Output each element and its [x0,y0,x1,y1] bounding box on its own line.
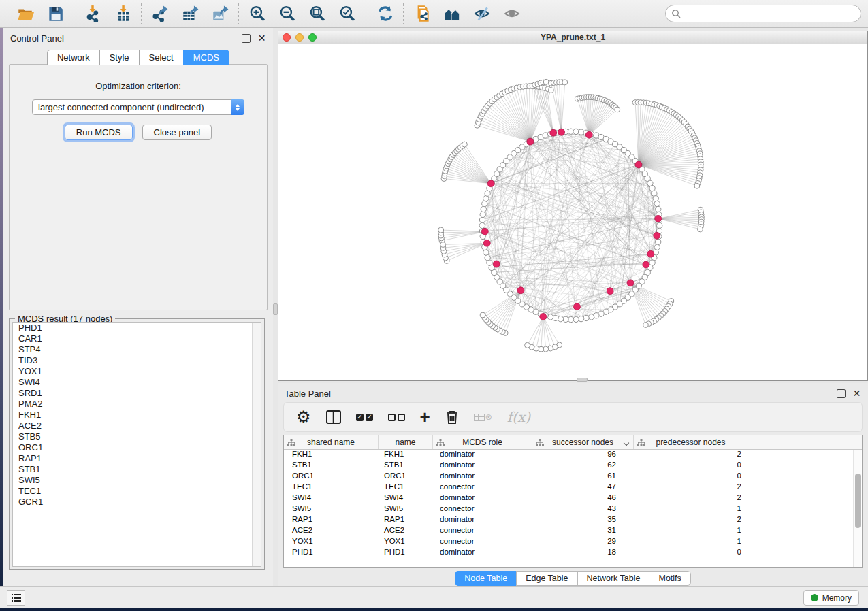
mcds-result-item[interactable]: PHD1 [13,323,261,333]
export-network-icon[interactable] [150,4,170,23]
import-network-icon[interactable] [82,4,103,23]
table-panel-title: Table Panel [285,389,331,399]
tab-mcds[interactable]: MCDS [183,50,229,65]
clone-network-icon[interactable] [412,4,432,23]
mcds-result-item[interactable]: FKH1 [13,410,261,420]
split-columns-icon[interactable] [326,407,341,427]
optimization-criterion-select[interactable]: largest connected component (undirected) [32,99,244,115]
task-history-button[interactable] [7,590,25,606]
mcds-result-item[interactable]: GCR1 [13,497,261,508]
mcds-result-item[interactable]: ACE2 [13,420,261,431]
node-table: shared namenameMCDS rolesuccessor nodesp… [283,435,863,568]
hide-selected-icon[interactable] [472,4,492,23]
table-row-SWI4[interactable]: SWI4 SWI4 dominator 46 2 [284,493,862,504]
mcds-result-item[interactable]: SRD1 [13,388,261,399]
table-row-YOX1[interactable]: YOX1 YOX1 connector 29 1 [284,537,862,548]
shared-column-icon [436,439,445,446]
mcds-result-item[interactable]: TEC1 [13,486,261,497]
table-row-SWI5[interactable]: SWI5 SWI5 connector 43 1 [284,504,862,515]
mcds-result-item[interactable]: PMA2 [13,399,261,410]
show-all-icon[interactable] [502,4,522,23]
mcds-result-item[interactable]: STB1 [13,464,261,475]
tab-style[interactable]: Style [99,50,139,65]
zoom-selected-icon[interactable] [337,4,357,23]
column-header-predecessor-nodes[interactable]: predecessor nodes [634,435,748,449]
mcds-result-item[interactable]: RAP1 [13,453,261,464]
table-panel-tabs: Node TableEdge TableNetwork TableMotifs [278,571,868,586]
mcds-list-scrollbar[interactable] [252,323,261,566]
column-header-name[interactable]: name [379,435,433,449]
mcds-result-item[interactable]: STP4 [13,344,261,355]
search-input[interactable] [684,9,855,18]
float-panel-icon[interactable] [242,34,251,43]
run-mcds-button[interactable]: Run MCDS [65,125,133,140]
tab-network-table[interactable]: Network Table [577,571,649,586]
export-table-icon[interactable] [180,4,200,23]
table-row-STB1[interactable]: STB1 STB1 dominator 62 0 [284,461,862,472]
column-header-successor-nodes[interactable]: successor nodes [532,435,634,449]
table-row-RAP1[interactable]: RAP1 RAP1 dominator 35 2 [284,515,862,526]
table-row-PHD1[interactable]: PHD1 PHD1 dominator 18 0 [284,548,862,559]
float-table-panel-icon[interactable] [837,389,846,398]
close-panel-icon[interactable]: ✕ [257,34,266,43]
optimization-criterion-label: Optimization criterion: [10,81,267,91]
zoom-fit-icon[interactable] [307,4,327,23]
zoom-out-icon[interactable] [277,4,298,23]
tab-motifs[interactable]: Motifs [649,571,690,586]
mcds-result-item[interactable]: YOX1 [13,366,261,377]
network-graph-canvas[interactable] [278,44,867,380]
tab-edge-table[interactable]: Edge Table [516,571,577,586]
mcds-result-item[interactable]: ORC1 [13,442,261,453]
minimize-window-icon[interactable] [295,33,304,42]
add-column-icon[interactable]: + [420,407,430,427]
close-panel-button[interactable]: Close panel [142,125,212,140]
shared-column-icon [637,439,645,446]
network-window-titlebar: YPA_prune.txt_1 [278,31,867,44]
control-panel-tabs: NetworkStyleSelectMCDS [3,50,273,65]
tab-node-table[interactable]: Node Table [455,571,516,586]
import-table-icon[interactable] [112,4,133,23]
list-icon [12,594,21,602]
close-table-panel-icon[interactable]: ✕ [852,389,861,398]
column-header-shared-name[interactable]: shared name [284,435,379,449]
splitter-handle[interactable] [273,303,278,315]
delete-column-icon[interactable] [445,407,459,427]
horizontal-splitter-handle[interactable] [577,378,588,382]
save-session-icon[interactable] [45,4,65,23]
tab-network[interactable]: Network [47,50,99,65]
main-toolbar [0,0,868,28]
table-panel: Table Panel ✕ ⚙ + ⊗ f(x) shared namename… [278,383,868,586]
table-row-ACE2[interactable]: ACE2 ACE2 connector 31 1 [284,526,862,537]
export-image-icon[interactable] [210,4,230,23]
table-row-TEC1[interactable]: TEC1 TEC1 connector 47 2 [284,482,862,493]
table-toolbar: ⚙ + ⊗ f(x) [283,402,863,432]
mcds-tab-content: Optimization criterion: largest connecte… [9,64,268,310]
mcds-result-item[interactable]: CAR1 [13,333,261,344]
delete-table-icon: ⊗ [474,407,492,427]
network-window-title: YPA_prune.txt_1 [278,33,867,42]
column-header-MCDS-role[interactable]: MCDS role [433,435,532,449]
open-file-icon[interactable] [15,4,35,23]
settings-gear-icon[interactable]: ⚙ [296,407,311,427]
maximize-window-icon[interactable] [308,33,317,42]
memory-button[interactable]: Memory [803,590,859,606]
zoom-in-icon[interactable] [247,4,268,23]
sort-chevron-icon [624,440,629,446]
mcds-result-item[interactable]: SWI5 [13,475,261,486]
table-scrollbar-thumb[interactable] [855,474,861,528]
memory-label: Memory [822,593,852,603]
refresh-icon[interactable] [374,4,395,23]
search-icon [671,9,681,18]
first-neighbors-icon[interactable] [442,4,462,23]
close-window-icon[interactable] [283,33,291,42]
select-all-checkboxes-icon[interactable] [356,407,373,427]
control-panel-title: Control Panel [10,33,64,44]
table-row-FKH1[interactable]: FKH1 FKH1 dominator 96 2 [284,450,862,461]
mcds-result-item[interactable]: TID3 [13,355,261,366]
tab-select[interactable]: Select [139,50,183,65]
table-row-ORC1[interactable]: ORC1 ORC1 dominator 61 0 [284,472,862,482]
mcds-result-item[interactable]: STB5 [13,431,261,442]
mcds-result-item[interactable]: SWI4 [13,377,261,388]
search-box[interactable] [665,5,861,22]
deselect-all-checkboxes-icon[interactable] [388,407,405,427]
